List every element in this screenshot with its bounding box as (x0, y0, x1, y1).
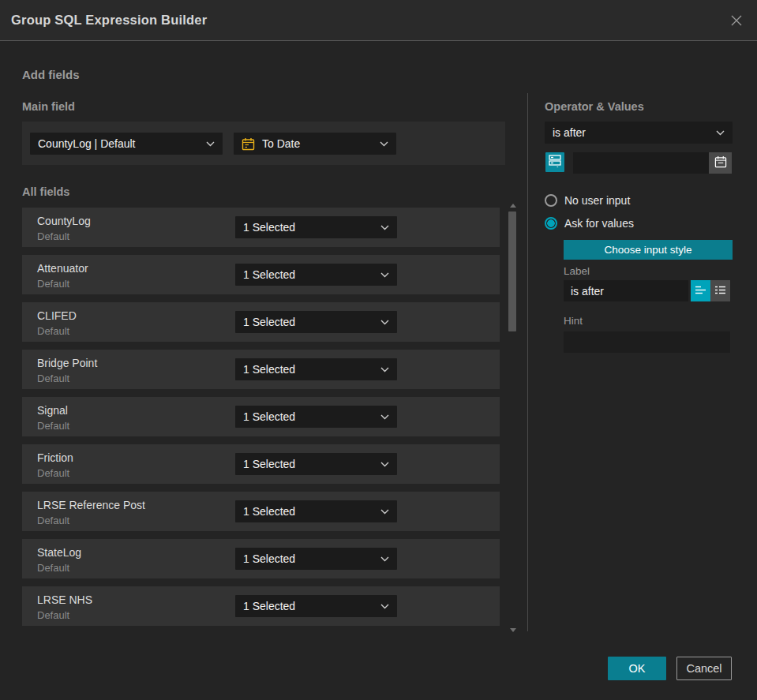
field-selection-value: 1 Selected (243, 410, 295, 423)
field-row: LRSE NHSDefault1 Selected (22, 586, 500, 626)
field-selection-value: 1 Selected (243, 505, 295, 518)
chevron-down-icon (380, 367, 389, 372)
field-selection-select[interactable]: 1 Selected (235, 406, 397, 428)
main-field-type-value: To Date (262, 137, 300, 150)
panel-divider (527, 93, 528, 631)
field-row: Bridge PointDefault1 Selected (22, 350, 500, 389)
field-name: LRSE NHS (37, 593, 92, 606)
chevron-down-icon (380, 604, 389, 609)
value-input[interactable] (573, 152, 709, 174)
field-name: LRSE Reference Post (37, 499, 145, 511)
cancel-button[interactable]: Cancel (676, 657, 732, 680)
list-input-style-button[interactable] (710, 280, 730, 301)
chevron-down-icon (380, 272, 389, 278)
calendar-icon (714, 155, 727, 171)
label-style-toggle-group (691, 280, 730, 301)
scrollbar-thumb[interactable] (508, 211, 516, 331)
field-subtitle: Default (37, 325, 69, 337)
field-selection-value: 1 Selected (243, 268, 295, 281)
field-row: FrictionDefault1 Selected (22, 444, 500, 484)
field-subtitle: Default (37, 372, 69, 384)
label-caption: Label (564, 265, 590, 277)
field-selection-value: 1 Selected (243, 316, 295, 328)
field-selection-value: 1 Selected (243, 221, 295, 234)
chevron-down-icon (380, 320, 389, 325)
field-name: CLIFED (37, 309, 77, 322)
field-row: StateLogDefault1 Selected (22, 539, 500, 578)
field-selection-value: 1 Selected (243, 552, 295, 565)
chevron-down-icon (380, 509, 389, 515)
field-subtitle: Default (37, 420, 69, 432)
scroll-down-arrow-icon[interactable] (510, 628, 516, 632)
field-selection-select[interactable]: 1 Selected (235, 311, 397, 333)
field-subtitle: Default (37, 467, 69, 479)
field-selection-select[interactable]: 1 Selected (235, 548, 397, 570)
field-selection-value: 1 Selected (243, 600, 295, 612)
field-selection-select[interactable]: 1 Selected (235, 595, 397, 617)
date-picker-button[interactable] (709, 152, 732, 174)
field-row: CLIFEDDefault1 Selected (22, 302, 500, 342)
ok-button[interactable]: OK (608, 657, 666, 680)
field-subtitle: Default (37, 609, 69, 621)
field-name: CountyLog (37, 215, 91, 227)
operator-select-value: is after (553, 126, 586, 139)
field-selection-select[interactable]: 1 Selected (235, 264, 397, 286)
chevron-down-icon (716, 130, 725, 136)
group-sql-expression-builder-dialog: Group SQL Expression Builder Add fields … (0, 0, 757, 700)
chevron-down-icon (380, 141, 388, 147)
all-fields-list: CountyLogDefault1 SelectedAttenuatorDefa… (22, 208, 500, 634)
field-name: Signal (37, 404, 68, 417)
radio-ask-for-values[interactable]: Ask for values (545, 217, 634, 230)
main-field-select-value: CountyLog | Default (38, 137, 136, 150)
operator-values-heading: Operator & Values (545, 100, 644, 113)
field-name: StateLog (37, 546, 81, 559)
radio-no-user-input-label: No user input (564, 194, 630, 207)
chevron-down-icon (380, 225, 389, 230)
field-name: Bridge Point (37, 357, 97, 369)
label-input[interactable] (564, 280, 688, 301)
add-fields-heading: Add fields (22, 68, 80, 81)
radio-circle-icon (545, 217, 557, 230)
field-row: LRSE Reference PostDefault1 Selected (22, 492, 500, 531)
dialog-title: Group SQL Expression Builder (11, 13, 207, 28)
align-left-lines-icon (695, 284, 706, 298)
value-list-picker-button[interactable] (545, 152, 564, 172)
field-selection-select[interactable]: 1 Selected (235, 358, 397, 380)
chevron-down-icon (380, 556, 389, 562)
field-selection-value: 1 Selected (243, 363, 295, 376)
stacked-rows-select-icon (549, 154, 561, 170)
close-icon[interactable] (727, 11, 746, 30)
main-field-select[interactable]: CountyLog | Default (30, 133, 223, 155)
field-row: SignalDefault1 Selected (22, 397, 500, 436)
fields-list-scrollbar[interactable] (508, 202, 518, 634)
field-subtitle: Default (37, 515, 69, 526)
field-subtitle: Default (37, 278, 69, 290)
field-selection-select[interactable]: 1 Selected (235, 500, 397, 522)
radio-circle-icon (545, 194, 557, 207)
scroll-up-arrow-icon[interactable] (510, 204, 516, 208)
choose-input-style-button[interactable]: Choose input style (564, 240, 733, 260)
hint-input[interactable] (564, 331, 730, 353)
field-selection-select[interactable]: 1 Selected (235, 453, 397, 475)
hint-caption: Hint (564, 315, 583, 327)
bulleted-list-icon (714, 284, 726, 298)
field-name: Attenuator (37, 262, 88, 275)
radio-ask-for-values-label: Ask for values (564, 217, 634, 230)
chevron-down-icon (380, 462, 389, 467)
field-subtitle: Default (37, 562, 69, 574)
field-name: Friction (37, 451, 73, 464)
field-subtitle: Default (37, 230, 69, 242)
main-field-heading: Main field (22, 100, 75, 113)
dialog-titlebar: Group SQL Expression Builder (0, 0, 757, 41)
field-selection-value: 1 Selected (243, 458, 295, 470)
all-fields-heading: All fields (22, 185, 69, 198)
chevron-down-icon (206, 141, 215, 147)
operator-select[interactable]: is after (545, 122, 733, 144)
calendar-icon (242, 137, 255, 151)
field-selection-select[interactable]: 1 Selected (235, 216, 397, 238)
main-field-panel: CountyLog | Default To Date (22, 122, 505, 165)
main-field-type-select[interactable]: To Date (234, 133, 396, 155)
field-row: CountyLogDefault1 Selected (22, 208, 500, 247)
radio-no-user-input[interactable]: No user input (545, 194, 630, 207)
single-line-input-style-button[interactable] (691, 280, 710, 301)
